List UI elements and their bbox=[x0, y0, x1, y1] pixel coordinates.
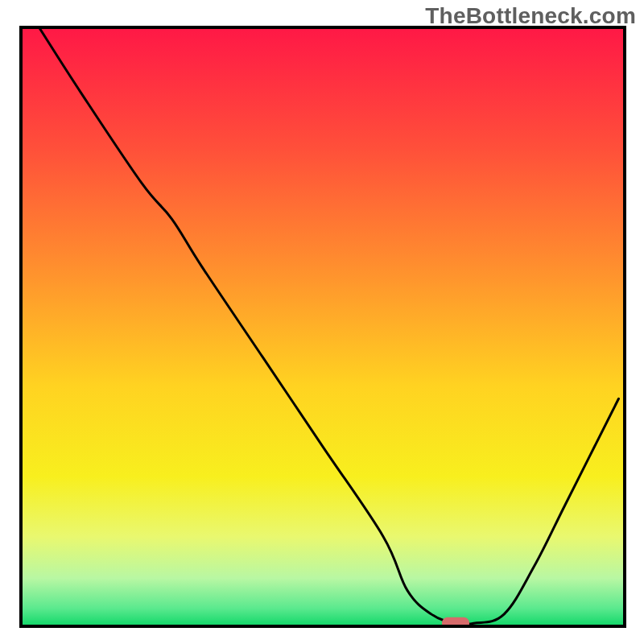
chart-container: TheBottleneck.com bbox=[0, 0, 644, 644]
gradient-background bbox=[21, 27, 625, 626]
bottleneck-chart bbox=[0, 0, 644, 644]
watermark-text: TheBottleneck.com bbox=[425, 3, 636, 29]
